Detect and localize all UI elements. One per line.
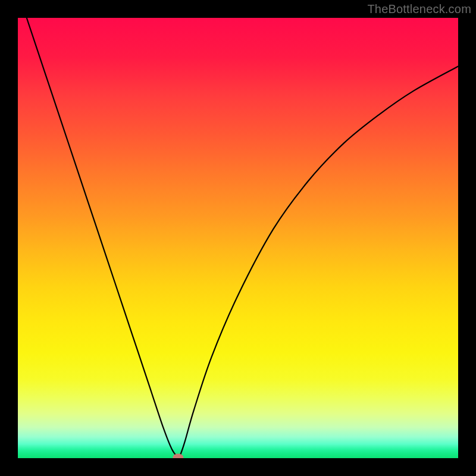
curve-layer [27, 18, 458, 458]
watermark-label: TheBottleneck.com [367, 2, 471, 16]
bottleneck-curve [27, 18, 458, 458]
plot-area [18, 18, 458, 458]
chart-svg [18, 18, 458, 458]
chart-container: TheBottleneck.com [0, 0, 476, 476]
